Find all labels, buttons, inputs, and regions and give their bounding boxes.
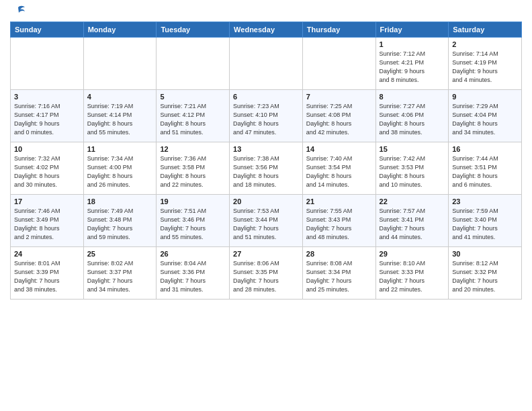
day-info-text: Sunrise: 8:01 AM Sunset: 3:39 PM Dayligh…: [14, 259, 80, 294]
calendar-week-row: 10Sunrise: 7:32 AM Sunset: 4:02 PM Dayli…: [11, 142, 522, 195]
calendar-week-row: 1Sunrise: 7:12 AM Sunset: 4:21 PM Daylig…: [11, 38, 522, 90]
day-number: 26: [160, 250, 226, 258]
day-number: 17: [14, 197, 80, 205]
day-info-text: Sunrise: 7:42 AM Sunset: 3:53 PM Dayligh…: [380, 154, 445, 189]
day-number: 19: [160, 197, 226, 205]
day-info-text: Sunrise: 7:44 AM Sunset: 3:51 PM Dayligh…: [452, 154, 518, 189]
calendar-day-cell: 22Sunrise: 7:57 AM Sunset: 3:41 PM Dayli…: [375, 195, 449, 247]
calendar-empty-cell: [157, 38, 230, 90]
day-number: 5: [160, 93, 226, 101]
day-number: 22: [380, 197, 445, 205]
page-header: [10, 7, 522, 16]
day-number: 13: [233, 145, 299, 153]
calendar-day-cell: 21Sunrise: 7:55 AM Sunset: 3:43 PM Dayli…: [302, 195, 375, 247]
day-info-text: Sunrise: 7:14 AM Sunset: 4:19 PM Dayligh…: [452, 50, 518, 85]
day-number: 28: [306, 250, 372, 258]
logo-bird-icon: [11, 4, 26, 19]
calendar-day-cell: 1Sunrise: 7:12 AM Sunset: 4:21 PM Daylig…: [375, 38, 449, 90]
day-number: 6: [233, 93, 299, 101]
day-info-text: Sunrise: 7:53 AM Sunset: 3:44 PM Dayligh…: [233, 207, 299, 242]
day-info-text: Sunrise: 7:57 AM Sunset: 3:41 PM Dayligh…: [380, 207, 445, 242]
day-number: 29: [380, 250, 445, 258]
calendar-day-cell: 12Sunrise: 7:36 AM Sunset: 3:58 PM Dayli…: [157, 142, 230, 195]
day-number: 11: [87, 145, 153, 153]
calendar-day-cell: 29Sunrise: 8:10 AM Sunset: 3:33 PM Dayli…: [375, 247, 449, 300]
day-info-text: Sunrise: 8:02 AM Sunset: 3:37 PM Dayligh…: [87, 259, 153, 294]
page-container: SundayMondayTuesdayWednesdayThursdayFrid…: [0, 0, 532, 306]
day-number: 10: [14, 145, 80, 153]
day-number: 30: [452, 250, 518, 258]
day-number: 12: [160, 145, 226, 153]
day-number: 23: [452, 197, 518, 205]
calendar-week-row: 3Sunrise: 7:16 AM Sunset: 4:17 PM Daylig…: [11, 90, 522, 142]
day-info-text: Sunrise: 7:46 AM Sunset: 3:49 PM Dayligh…: [14, 207, 80, 242]
weekday-header-saturday: Saturday: [449, 22, 522, 38]
calendar-empty-cell: [83, 38, 157, 90]
day-number: 4: [87, 93, 153, 101]
day-info-text: Sunrise: 7:29 AM Sunset: 4:04 PM Dayligh…: [452, 102, 518, 137]
day-number: 16: [452, 145, 518, 153]
day-info-text: Sunrise: 7:27 AM Sunset: 4:06 PM Dayligh…: [380, 102, 445, 137]
day-info-text: Sunrise: 7:19 AM Sunset: 4:14 PM Dayligh…: [87, 102, 153, 137]
calendar-day-cell: 20Sunrise: 7:53 AM Sunset: 3:44 PM Dayli…: [230, 195, 303, 247]
day-info-text: Sunrise: 7:59 AM Sunset: 3:40 PM Dayligh…: [452, 207, 518, 242]
calendar-day-cell: 16Sunrise: 7:44 AM Sunset: 3:51 PM Dayli…: [449, 142, 522, 195]
day-info-text: Sunrise: 8:08 AM Sunset: 3:34 PM Dayligh…: [306, 259, 372, 294]
day-info-text: Sunrise: 7:49 AM Sunset: 3:48 PM Dayligh…: [87, 207, 153, 242]
day-number: 27: [233, 250, 299, 258]
day-info-text: Sunrise: 7:38 AM Sunset: 3:56 PM Dayligh…: [233, 154, 299, 189]
calendar-day-cell: 10Sunrise: 7:32 AM Sunset: 4:02 PM Dayli…: [11, 142, 84, 195]
day-info-text: Sunrise: 8:12 AM Sunset: 3:32 PM Dayligh…: [452, 259, 518, 294]
calendar-day-cell: 28Sunrise: 8:08 AM Sunset: 3:34 PM Dayli…: [302, 247, 375, 300]
calendar-day-cell: 5Sunrise: 7:21 AM Sunset: 4:12 PM Daylig…: [157, 90, 230, 142]
day-info-text: Sunrise: 7:36 AM Sunset: 3:58 PM Dayligh…: [160, 154, 226, 189]
day-info-text: Sunrise: 7:34 AM Sunset: 4:00 PM Dayligh…: [87, 154, 153, 189]
weekday-header-tuesday: Tuesday: [157, 22, 230, 38]
calendar-header-row: SundayMondayTuesdayWednesdayThursdayFrid…: [11, 22, 522, 38]
calendar-day-cell: 23Sunrise: 7:59 AM Sunset: 3:40 PM Dayli…: [449, 195, 522, 247]
day-number: 18: [87, 197, 153, 205]
day-number: 1: [380, 40, 445, 48]
calendar-week-row: 17Sunrise: 7:46 AM Sunset: 3:49 PM Dayli…: [11, 195, 522, 247]
calendar-day-cell: 4Sunrise: 7:19 AM Sunset: 4:14 PM Daylig…: [83, 90, 157, 142]
day-info-text: Sunrise: 7:21 AM Sunset: 4:12 PM Dayligh…: [160, 102, 226, 137]
calendar-day-cell: 8Sunrise: 7:27 AM Sunset: 4:06 PM Daylig…: [375, 90, 449, 142]
calendar-empty-cell: [11, 38, 84, 90]
weekday-header-monday: Monday: [83, 22, 157, 38]
calendar-day-cell: 30Sunrise: 8:12 AM Sunset: 3:32 PM Dayli…: [449, 247, 522, 300]
calendar-week-row: 24Sunrise: 8:01 AM Sunset: 3:39 PM Dayli…: [11, 247, 522, 300]
calendar-day-cell: 18Sunrise: 7:49 AM Sunset: 3:48 PM Dayli…: [83, 195, 157, 247]
day-info-text: Sunrise: 7:12 AM Sunset: 4:21 PM Dayligh…: [380, 50, 445, 85]
calendar-table: SundayMondayTuesdayWednesdayThursdayFrid…: [10, 21, 522, 300]
day-info-text: Sunrise: 8:04 AM Sunset: 3:36 PM Dayligh…: [160, 259, 226, 294]
day-number: 2: [452, 40, 518, 48]
weekday-header-sunday: Sunday: [11, 22, 84, 38]
day-info-text: Sunrise: 7:25 AM Sunset: 4:08 PM Dayligh…: [306, 102, 372, 137]
calendar-day-cell: 13Sunrise: 7:38 AM Sunset: 3:56 PM Dayli…: [230, 142, 303, 195]
day-number: 7: [306, 93, 372, 101]
calendar-day-cell: 15Sunrise: 7:42 AM Sunset: 3:53 PM Dayli…: [375, 142, 449, 195]
day-number: 9: [452, 93, 518, 101]
logo: [10, 7, 26, 16]
day-info-text: Sunrise: 8:06 AM Sunset: 3:35 PM Dayligh…: [233, 259, 299, 294]
calendar-day-cell: 2Sunrise: 7:14 AM Sunset: 4:19 PM Daylig…: [449, 38, 522, 90]
day-info-text: Sunrise: 7:51 AM Sunset: 3:46 PM Dayligh…: [160, 207, 226, 242]
calendar-day-cell: 25Sunrise: 8:02 AM Sunset: 3:37 PM Dayli…: [83, 247, 157, 300]
weekday-header-friday: Friday: [375, 22, 449, 38]
day-info-text: Sunrise: 7:23 AM Sunset: 4:10 PM Dayligh…: [233, 102, 299, 137]
day-info-text: Sunrise: 7:16 AM Sunset: 4:17 PM Dayligh…: [14, 102, 80, 137]
calendar-day-cell: 26Sunrise: 8:04 AM Sunset: 3:36 PM Dayli…: [157, 247, 230, 300]
day-number: 14: [306, 145, 372, 153]
calendar-day-cell: 17Sunrise: 7:46 AM Sunset: 3:49 PM Dayli…: [11, 195, 84, 247]
calendar-day-cell: 11Sunrise: 7:34 AM Sunset: 4:00 PM Dayli…: [83, 142, 157, 195]
day-info-text: Sunrise: 7:40 AM Sunset: 3:54 PM Dayligh…: [306, 154, 372, 189]
weekday-header-thursday: Thursday: [302, 22, 375, 38]
day-number: 24: [14, 250, 80, 258]
calendar-empty-cell: [230, 38, 303, 90]
calendar-day-cell: 19Sunrise: 7:51 AM Sunset: 3:46 PM Dayli…: [157, 195, 230, 247]
weekday-header-wednesday: Wednesday: [230, 22, 303, 38]
calendar-day-cell: 6Sunrise: 7:23 AM Sunset: 4:10 PM Daylig…: [230, 90, 303, 142]
calendar-day-cell: 3Sunrise: 7:16 AM Sunset: 4:17 PM Daylig…: [11, 90, 84, 142]
calendar-empty-cell: [302, 38, 375, 90]
day-number: 21: [306, 197, 372, 205]
